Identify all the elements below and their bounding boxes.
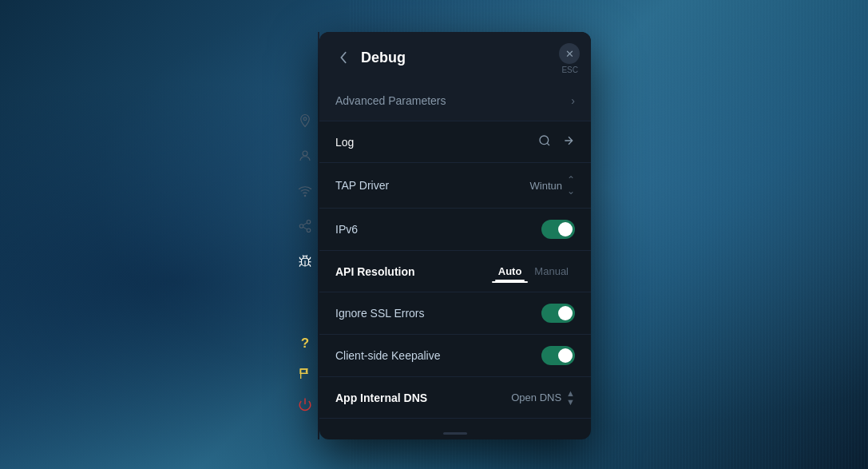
log-row: Log — [319, 121, 591, 163]
svg-point-1 — [303, 151, 307, 156]
user-icon[interactable] — [296, 147, 314, 165]
api-auto-label: Auto — [498, 265, 522, 277]
back-button[interactable] — [332, 46, 355, 69]
panel-title: Debug — [361, 50, 578, 66]
esc-label: ESC — [561, 66, 578, 74]
dns-dropdown-icon[interactable]: ▲▼ — [566, 389, 575, 407]
sidebar-bottom: ? — [289, 335, 321, 413]
keepalive-label: Client-side Keepalive — [335, 349, 541, 362]
log-send-icon[interactable] — [562, 134, 575, 150]
close-icon: ✕ — [565, 48, 574, 60]
app-internal-dns-value: Open DNS — [511, 391, 561, 403]
scroll-indicator — [319, 427, 591, 439]
share-icon[interactable] — [296, 217, 314, 235]
ignore-ssl-toggle[interactable] — [541, 304, 575, 323]
flag-icon[interactable] — [296, 365, 314, 383]
advanced-parameters-row[interactable]: Advanced Parameters › — [319, 80, 591, 121]
keepalive-toggle[interactable] — [541, 346, 575, 365]
api-manual-button[interactable]: Manual — [528, 263, 575, 280]
scroll-dots — [443, 432, 467, 435]
log-search-icon[interactable] — [538, 134, 551, 150]
keepalive-toggle-thumb — [558, 348, 573, 363]
tap-driver-label: TAP Driver — [335, 179, 530, 192]
ignore-ssl-label: Ignore SSL Errors — [335, 307, 541, 320]
svg-point-4 — [299, 225, 303, 229]
app-internal-dns-row: App Internal DNS Open DNS ▲▼ — [319, 377, 591, 419]
power-icon[interactable] — [296, 395, 314, 413]
help-icon[interactable]: ? — [296, 335, 314, 352]
location-icon[interactable] — [296, 112, 314, 129]
svg-point-0 — [303, 117, 307, 121]
api-resolution-control: Auto Manual — [492, 263, 575, 280]
api-auto-button[interactable]: Auto — [492, 263, 529, 280]
advanced-parameters-label: Advanced Parameters — [335, 94, 571, 107]
tap-driver-row: TAP Driver Wintun ⌃⌄ — [319, 163, 591, 209]
chevron-right-icon: › — [571, 94, 575, 107]
app-internal-dns-label: App Internal DNS — [335, 391, 511, 404]
panel-header: Debug ✕ ESC — [319, 32, 591, 80]
tap-driver-value: Wintun — [530, 180, 562, 192]
ignore-ssl-row: Ignore SSL Errors — [319, 292, 591, 335]
close-button[interactable]: ✕ — [559, 43, 580, 64]
ipv6-toggle[interactable] — [541, 220, 575, 239]
tap-driver-dropdown-icon[interactable]: ⌃⌄ — [567, 174, 575, 197]
log-label: Log — [335, 136, 538, 149]
api-manual-label: Manual — [534, 265, 569, 277]
ipv6-toggle-thumb — [558, 222, 573, 236]
panel-content: Advanced Parameters › Log — [319, 80, 591, 427]
keepalive-row: Client-side Keepalive — [319, 335, 591, 377]
svg-line-7 — [303, 223, 307, 225]
svg-point-5 — [307, 229, 311, 233]
wifi-icon[interactable] — [296, 182, 314, 200]
debug-panel: Debug ✕ ESC Advanced Parameters › Log — [319, 32, 591, 439]
api-resolution-row: API Resolution Auto Manual — [319, 251, 591, 292]
svg-point-2 — [304, 195, 306, 197]
log-icons — [538, 134, 575, 150]
api-resolution-label: API Resolution — [335, 265, 492, 278]
ipv6-label: IPv6 — [335, 223, 541, 236]
svg-point-10 — [540, 136, 549, 145]
bug-icon[interactable] — [296, 252, 314, 270]
svg-point-3 — [307, 221, 311, 225]
ignore-ssl-toggle-thumb — [558, 306, 573, 320]
ipv6-row: IPv6 — [319, 209, 591, 251]
svg-line-6 — [303, 227, 307, 229]
